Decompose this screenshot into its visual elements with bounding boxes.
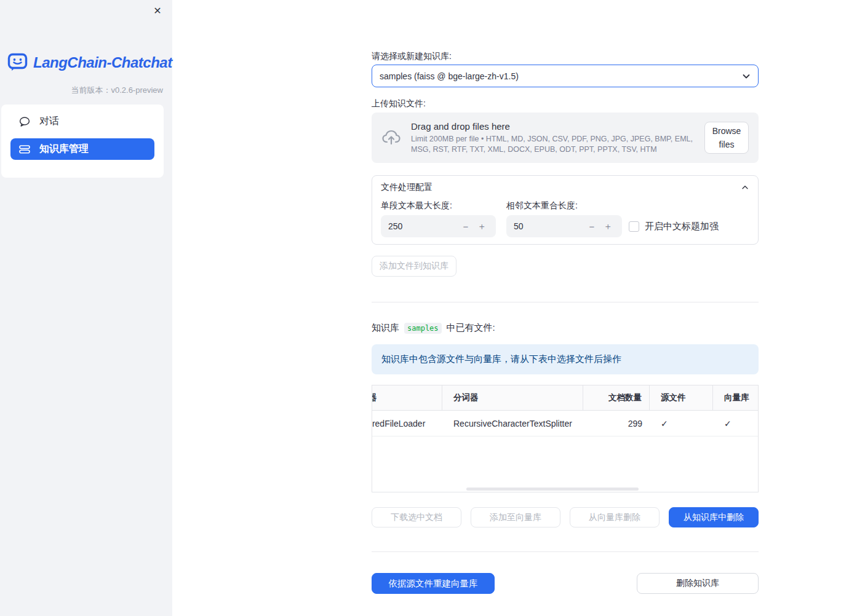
table-header-row: 文档加载器 分词器 文档数量 源文件 向量库: [372, 385, 759, 411]
cloud-upload-icon: [381, 129, 401, 146]
delete-kb-button[interactable]: 删除知识库: [637, 573, 759, 594]
sidebar-nav: 对话 知识库管理: [1, 105, 164, 178]
kb-select-value: samples (faiss @ bge-large-zh-v1.5): [380, 71, 519, 81]
chunk-overlap-decrement-button[interactable]: −: [584, 221, 600, 232]
sidebar-item-dialogue[interactable]: 对话: [10, 111, 154, 132]
chunk-overlap-label: 相邻文本重合长度:: [506, 200, 578, 211]
chunk-overlap-input[interactable]: 50 − ＋: [506, 215, 622, 237]
kb-name-code: samples: [404, 323, 442, 334]
chunk-size-decrement-button[interactable]: −: [458, 221, 474, 232]
knowledge-base-icon: [19, 145, 30, 154]
cell-vector-store-check[interactable]: ✓: [713, 411, 759, 436]
upload-label: 上传知识文件:: [372, 98, 426, 109]
kb-files-table-inner: 文档加载器 分词器 文档数量 源文件 向量库 UnstructuredFileL…: [372, 385, 759, 436]
divider: [372, 302, 759, 302]
file-config-expander-header[interactable]: 文件处理配置: [372, 176, 758, 193]
cell-doc-count[interactable]: 299: [583, 411, 650, 436]
delete-from-kb-button[interactable]: 从知识库中删除: [669, 507, 759, 527]
chunk-overlap-value: 50: [514, 221, 584, 231]
info-alert-text: 知识库中包含源文件与向量库，请从下表中选择文件后操作: [381, 353, 621, 365]
sidebar-item-label: 对话: [39, 115, 59, 128]
column-header-source-file[interactable]: 源文件: [650, 385, 713, 410]
files-line-prefix: 知识库: [372, 322, 399, 334]
sidebar-item-label: 知识库管理: [39, 143, 89, 156]
info-alert: 知识库中包含源文件与向量库，请从下表中选择文件后操作: [372, 344, 759, 374]
app-root: ✕ LangChain-Chatchat 当前版本：v0.2.6-preview: [0, 0, 849, 616]
file-dropzone[interactable]: Drag and drop files here Limit 200MB per…: [372, 113, 759, 163]
chunk-size-value: 250: [388, 221, 458, 231]
delete-from-vector-store-button[interactable]: 从向量库删除: [570, 507, 660, 527]
column-header-splitter[interactable]: 分词器: [442, 385, 583, 410]
version-label: 当前版本：: [71, 85, 111, 95]
sidebar-item-knowledge-base[interactable]: 知识库管理: [10, 138, 154, 160]
version-value: v0.2.6-preview: [111, 85, 163, 95]
files-line-suffix: 中已有文件:: [447, 322, 495, 334]
checkbox-icon: [629, 221, 639, 232]
sidebar-close-icon[interactable]: ✕: [150, 4, 165, 18]
column-header-doc-count[interactable]: 文档数量: [583, 385, 650, 410]
rebuild-vector-store-button[interactable]: 依据源文件重建向量库: [372, 573, 495, 594]
cell-source-file-check[interactable]: ✓: [650, 411, 713, 436]
add-files-to-kb-button[interactable]: 添加文件到知识库: [372, 256, 456, 277]
zh-title-enhance-checkbox[interactable]: 开启中文标题加强: [629, 221, 719, 232]
file-config-title: 文件处理配置: [381, 182, 432, 193]
zh-title-enhance-label: 开启中文标题加强: [645, 221, 719, 232]
version-info: 当前版本：v0.2.6-preview: [71, 85, 163, 96]
chat-bubble-icon: [19, 117, 30, 127]
existing-files-heading: 知识库 samples 中已有文件:: [372, 322, 495, 334]
column-header-loader[interactable]: 文档加载器: [372, 385, 442, 410]
cell-loader[interactable]: UnstructuredFileLoader: [372, 411, 442, 436]
kb-files-table[interactable]: 文档加载器 分词器 文档数量 源文件 向量库 UnstructuredFileL…: [372, 385, 759, 492]
chunk-size-label: 单段文本最大长度:: [381, 200, 452, 211]
browse-files-button[interactable]: Browse files: [704, 122, 749, 154]
table-horizontal-scrollbar[interactable]: [466, 488, 639, 491]
column-header-vector-store[interactable]: 向量库: [713, 385, 759, 410]
cell-splitter[interactable]: RecursiveCharacterTextSplitter: [442, 411, 583, 436]
table-row[interactable]: UnstructuredFileLoader RecursiveCharacte…: [372, 411, 759, 436]
add-to-vector-store-button[interactable]: 添加至向量库: [471, 507, 560, 527]
file-config-body: 单段文本最大长度: 相邻文本重合长度: 250 − ＋ 50 − ＋ 开启中文标…: [372, 193, 758, 242]
app-title: LangChain-Chatchat: [33, 54, 172, 71]
chevron-up-icon: [741, 183, 749, 192]
chunk-size-increment-button[interactable]: ＋: [474, 221, 490, 232]
dropzone-instructions: Drag and drop files here Limit 200MB per…: [411, 121, 698, 154]
chunk-size-input[interactable]: 250 − ＋: [381, 215, 496, 237]
divider: [372, 551, 759, 552]
sidebar: ✕ LangChain-Chatchat 当前版本：v0.2.6-preview: [0, 0, 172, 616]
kb-select-label: 请选择或新建知识库:: [372, 51, 452, 62]
kb-select[interactable]: samples (faiss @ bge-large-zh-v1.5): [372, 65, 759, 87]
chunk-overlap-increment-button[interactable]: ＋: [600, 221, 616, 232]
chatchat-logo-icon: [7, 53, 28, 72]
chevron-down-icon: [741, 71, 751, 81]
dropzone-file-limits: Limit 200MB per file • HTML, MD, JSON, C…: [411, 134, 698, 154]
download-selected-button[interactable]: 下载选中文档: [372, 507, 461, 527]
app-logo: LangChain-Chatchat: [7, 53, 172, 72]
file-config-expander: 文件处理配置 单段文本最大长度: 相邻文本重合长度: 250 − ＋ 50 − …: [372, 175, 759, 245]
dropzone-title: Drag and drop files here: [411, 121, 698, 132]
file-actions-row: 下载选中文档 添加至向量库 从向量库删除 从知识库中删除: [372, 507, 759, 527]
